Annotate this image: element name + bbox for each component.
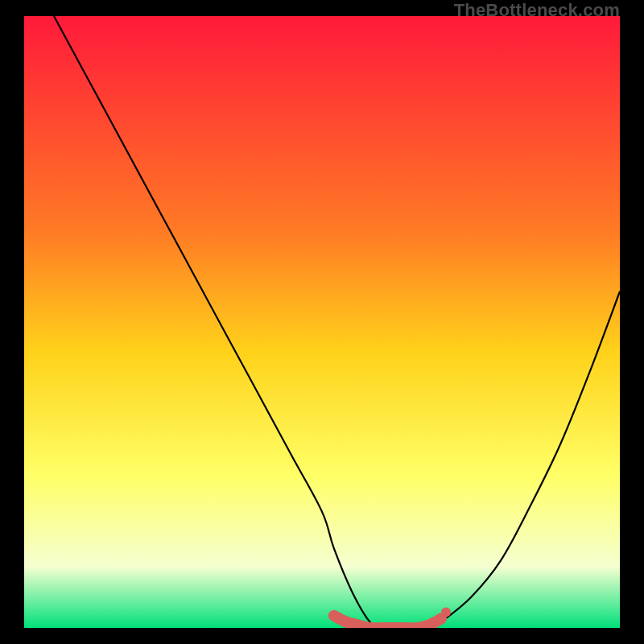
chart-frame [24,16,620,628]
gradient-background [24,16,620,628]
highlight-end-dot [441,608,451,617]
bottleneck-chart [24,16,620,628]
